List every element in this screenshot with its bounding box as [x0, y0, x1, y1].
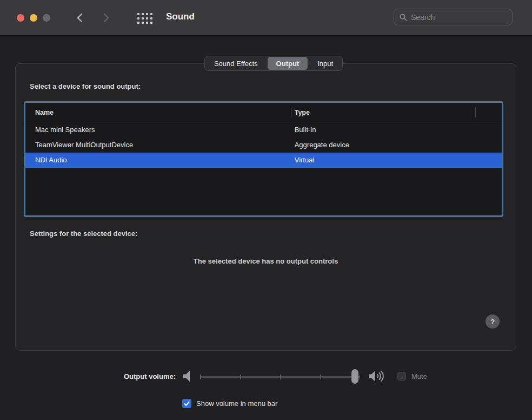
- column-header-name[interactable]: Name: [25, 109, 291, 116]
- cell-name: TeamViewer MultiOutputDevice: [25, 137, 291, 153]
- output-volume-slider[interactable]: [200, 369, 360, 384]
- no-output-controls-message: The selected device has no output contro…: [15, 257, 516, 265]
- slider-tick: [280, 375, 281, 379]
- slider-thumb[interactable]: [351, 369, 358, 384]
- close-button[interactable]: [17, 14, 24, 22]
- show-all-grid-icon[interactable]: [137, 13, 152, 24]
- tab-output[interactable]: Output: [268, 57, 308, 70]
- table-row-ndi-audio[interactable]: NDI Audio Virtual: [25, 153, 502, 168]
- speaker-low-icon: [182, 369, 193, 385]
- tab-input[interactable]: Input: [309, 57, 342, 70]
- cell-type: Aggregate device: [291, 137, 502, 153]
- minimize-button[interactable]: [30, 14, 37, 22]
- table-row-mac-mini-speakers[interactable]: Mac mini Speakers Built-in: [25, 122, 502, 137]
- slider-tick: [320, 375, 321, 379]
- search-icon: [400, 14, 407, 21]
- column-divider: [475, 107, 476, 117]
- slider-tick: [240, 375, 241, 379]
- back-button[interactable]: [74, 12, 85, 24]
- slider-tick: [200, 375, 201, 379]
- table-header: Name Type: [25, 103, 502, 122]
- cell-name: NDI Audio: [25, 153, 291, 168]
- search-placeholder: Search: [411, 13, 435, 22]
- tab-bar: Sound Effects Output Input: [204, 56, 343, 71]
- title-bar: Sound Search: [0, 0, 532, 36]
- cell-type: Virtual: [291, 153, 502, 168]
- table-row-teamviewer[interactable]: TeamViewer MultiOutputDevice Aggregate d…: [25, 137, 502, 153]
- show-volume-checkbox[interactable]: [182, 399, 191, 408]
- column-divider: [291, 107, 291, 117]
- speaker-high-icon: [368, 369, 387, 385]
- output-volume-label: Output volume:: [124, 372, 176, 380]
- sound-preferences-window: Sound Search Sound Effects Output Input …: [0, 0, 532, 420]
- output-device-table: Name Type Mac mini Speakers Built-in Tea…: [24, 101, 503, 217]
- mute-label: Mute: [411, 372, 427, 380]
- zoom-button: [43, 14, 50, 22]
- search-field[interactable]: Search: [394, 9, 513, 25]
- mute-checkbox[interactable]: [397, 372, 406, 380]
- window-title: Sound: [166, 11, 195, 22]
- forward-button: [101, 12, 112, 24]
- cell-type: Built-in: [291, 122, 502, 137]
- show-volume-label: Show volume in menu bar: [196, 399, 277, 408]
- chevron-right-icon: [103, 13, 110, 23]
- settings-for-device-label: Settings for the selected device:: [30, 229, 137, 238]
- slider-tick: [360, 375, 361, 379]
- chevron-left-icon: [76, 13, 83, 23]
- tab-sound-effects[interactable]: Sound Effects: [205, 57, 267, 70]
- help-button[interactable]: ?: [486, 314, 500, 329]
- column-header-type[interactable]: Type: [291, 109, 502, 116]
- checkmark-icon: [184, 401, 190, 406]
- select-device-label: Select a device for sound output:: [30, 82, 141, 90]
- cell-name: Mac mini Speakers: [25, 122, 291, 137]
- traffic-lights: [17, 14, 50, 22]
